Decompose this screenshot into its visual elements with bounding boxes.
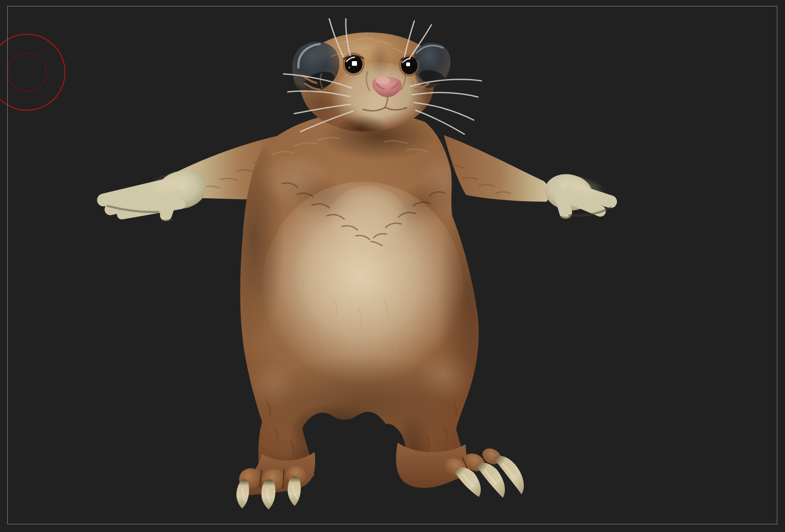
brush-cursor bbox=[0, 34, 65, 110]
right-hip-highlight bbox=[415, 350, 475, 402]
brush-cursor-inner-ring bbox=[8, 53, 46, 91]
left-eye bbox=[343, 53, 364, 75]
nose-highlight bbox=[376, 77, 390, 84]
right-claw-1 bbox=[454, 467, 481, 497]
right-thumb bbox=[561, 196, 566, 212]
left-eye-specular bbox=[352, 61, 357, 66]
left-eye-glint bbox=[348, 67, 350, 68]
sculpt-canvas[interactable]: 3D hamster character sculpt, T-pose, fro… bbox=[0, 0, 785, 532]
right-arm-limb bbox=[444, 135, 550, 202]
right-hand bbox=[542, 170, 611, 218]
left-hip-highlight bbox=[248, 361, 299, 408]
right-claw-2 bbox=[476, 463, 505, 498]
right-eye-specular bbox=[406, 62, 410, 66]
viewport: 3D hamster character sculpt, T-pose, fro… bbox=[0, 0, 785, 532]
brow-shading bbox=[369, 44, 391, 76]
belly-highlight bbox=[294, 209, 422, 338]
hamster-model[interactable] bbox=[103, 19, 611, 509]
right-foot bbox=[396, 443, 524, 498]
left-foot bbox=[236, 452, 315, 509]
brush-cursor-outer-ring bbox=[0, 34, 65, 110]
left-hand bbox=[103, 166, 210, 221]
left-claw-2 bbox=[261, 479, 275, 509]
chest-highlight bbox=[259, 152, 331, 207]
right-arm bbox=[444, 135, 611, 218]
left-thumb bbox=[166, 200, 171, 215]
